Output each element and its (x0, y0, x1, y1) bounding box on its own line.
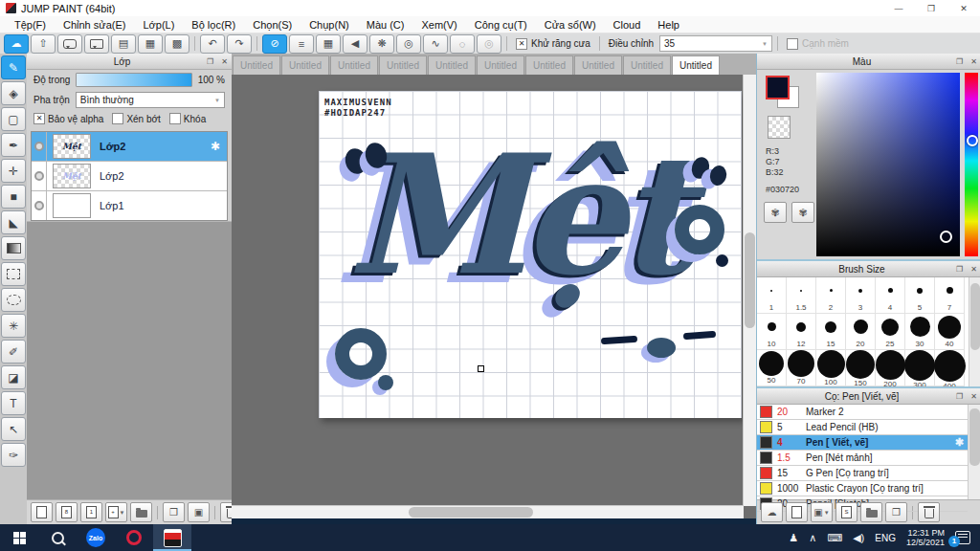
menu-select[interactable]: Chọn(S) (244, 19, 301, 31)
popout-icon[interactable]: ❐ (952, 392, 967, 401)
gradient-tool[interactable] (1, 236, 26, 260)
brush-row-pen-selected[interactable]: 4 Pen [ Viết, vẽ] ✱ (757, 435, 968, 451)
redo-button[interactable]: ↷ (227, 34, 252, 54)
blend-select[interactable]: Bình thường ▼ (76, 92, 225, 108)
tab-untitled-6[interactable]: Untitled (477, 55, 524, 75)
brush-size-option[interactable]: 15 (816, 314, 846, 350)
bucket-tool[interactable]: ◣ (1, 210, 26, 234)
brush-size-scrollbar[interactable] (969, 277, 980, 386)
close-button[interactable]: ✕ (947, 0, 980, 16)
menu-tools[interactable]: Công cụ(T) (466, 19, 536, 31)
script-brush-button[interactable]: S (835, 502, 858, 522)
tab-untitled-3[interactable]: Untitled (330, 55, 378, 75)
close-icon[interactable]: ✕ (967, 392, 980, 401)
tab-untitled-2[interactable]: Untitled (281, 55, 329, 75)
menu-file[interactable]: Tệp(F) (6, 19, 55, 31)
drawing-canvas[interactable]: MAXIMUSVENN #HOIDAP247 Mệt (319, 91, 742, 418)
horizontal-scrollbar[interactable] (232, 505, 744, 518)
close-icon[interactable]: ✕ (967, 265, 980, 274)
antialias-checkbox[interactable]: ✕ (516, 38, 527, 50)
restore-button[interactable]: ❐ (915, 0, 947, 16)
menu-snap[interactable]: Chụp(N) (301, 19, 358, 31)
hue-slider[interactable] (965, 73, 978, 256)
concentric-snap-button[interactable]: ◎ (396, 34, 421, 54)
menu-edit[interactable]: Chỉnh sửa(E) (55, 19, 134, 31)
menu-view[interactable]: Xem(V) (412, 19, 465, 31)
layer-row-lop2-shadow[interactable]: Mệt Lớp2 (32, 162, 227, 191)
brush-size-option[interactable]: 25 (876, 314, 905, 350)
horizontal-scroll-thumb[interactable] (409, 507, 533, 518)
merge-layer-button[interactable]: ▣ (188, 502, 210, 522)
brush-row-pen-thin[interactable]: 1.5 Pen [Nét mảnh] (757, 451, 968, 466)
visibility-icon[interactable] (34, 171, 44, 181)
vertical-scrollbar[interactable] (743, 75, 756, 506)
minimize-button[interactable]: — (882, 0, 915, 16)
brush-size-option[interactable]: 10 (757, 314, 787, 350)
adjust-select[interactable]: 35 ▼ (659, 35, 772, 52)
brush-tool[interactable]: ✎ (1, 55, 26, 79)
taskbar-clock[interactable]: 12:31 PM 12/5/2021 (906, 528, 945, 547)
hatch-button[interactable]: ≡ (289, 34, 314, 54)
cloud-sync-button[interactable]: ☁ (4, 34, 29, 54)
gear-icon[interactable]: ✱ (211, 140, 220, 153)
menu-layer[interactable]: Lớp(L) (134, 19, 183, 31)
delete-brush-button[interactable] (918, 502, 940, 522)
taskbar-opera[interactable] (115, 524, 153, 551)
gear-icon[interactable]: ✱ (955, 436, 964, 449)
new-brush-button[interactable] (786, 502, 808, 522)
duplicate-brush-button[interactable]: ❐ (885, 502, 907, 522)
protect-alpha-checkbox[interactable]: ✕ (33, 113, 45, 124)
grid-snap-button[interactable]: ▦ (316, 34, 341, 54)
add-layer-menu-button[interactable]: +▼ (105, 502, 127, 522)
control-pen-tool[interactable]: ✒ (1, 133, 26, 157)
brush-size-option[interactable]: 12 (787, 314, 816, 350)
taskbar-jump-paint-active[interactable] (153, 524, 191, 551)
lock-checkbox[interactable] (169, 113, 181, 124)
popout-icon[interactable]: ❐ (952, 265, 967, 274)
comment-button[interactable] (57, 34, 82, 54)
menu-color[interactable]: Màu (C) (358, 19, 413, 31)
tab-untitled-4[interactable]: Untitled (379, 55, 427, 75)
people-icon[interactable]: ♟ (789, 532, 798, 544)
brush-size-option[interactable]: 40 (935, 314, 965, 350)
brush-row-plastic-crayon[interactable]: 1000 Plastic Crayon [Cọ trang trí] (757, 481, 968, 496)
text-tool[interactable]: T (1, 391, 26, 415)
keyboard-icon[interactable]: ⌨ (827, 532, 842, 544)
brush-row-marker2[interactable]: 20 Marker 2 (757, 405, 968, 420)
brush-size-option[interactable]: 200 (876, 350, 905, 386)
brush-size-option[interactable]: 3 (846, 277, 876, 314)
save-brush-button[interactable]: ▣▼ (811, 502, 833, 522)
new-layer-button[interactable] (31, 502, 53, 522)
opacity-slider[interactable] (76, 73, 191, 87)
select-pen-tool[interactable]: ✐ (1, 340, 26, 364)
brush-size-option[interactable]: 20 (846, 314, 876, 350)
eraser-tool[interactable]: ◈ (1, 81, 26, 105)
foreground-color-swatch[interactable] (766, 76, 790, 99)
brush-size-option[interactable]: 100 (816, 350, 846, 386)
eyedropper-tool[interactable]: ✑ (1, 443, 26, 467)
undo-button[interactable]: ↶ (200, 34, 225, 54)
select-rect-tool[interactable] (1, 262, 26, 286)
brush-size-option[interactable]: 30 (905, 314, 935, 350)
brush-size-option[interactable]: 150 (846, 350, 876, 386)
brush-size-option[interactable]: 300 (905, 350, 935, 386)
tab-untitled-8[interactable]: Untitled (574, 55, 622, 75)
menu-help[interactable]: Help (649, 19, 688, 31)
layer-row-lop1[interactable]: Lớp1 (32, 191, 227, 220)
brush-size-option[interactable]: 400 (935, 350, 965, 386)
popout-icon[interactable]: ❐ (952, 57, 967, 66)
curve-snap-button[interactable]: ∿ (423, 34, 448, 54)
move-tool[interactable]: ✛ (1, 159, 26, 183)
stabilizer-button[interactable]: ◎ (477, 34, 501, 54)
notification-button[interactable]: 1 (955, 531, 970, 544)
start-button[interactable] (0, 524, 38, 551)
brush-cloud-button[interactable]: ☁ (761, 502, 783, 522)
sv-selector[interactable] (940, 231, 952, 243)
document-button[interactable]: ▤ (111, 34, 136, 54)
object-select-tool[interactable]: ↖ (1, 417, 26, 441)
hue-selector[interactable] (967, 135, 978, 146)
lasso-tool[interactable] (1, 288, 26, 312)
layer-row-lop2-top[interactable]: Mệt Lớp2 ✱ (32, 132, 227, 162)
visibility-icon[interactable] (34, 142, 44, 151)
rectangle-tool[interactable]: ▢ (1, 107, 26, 131)
